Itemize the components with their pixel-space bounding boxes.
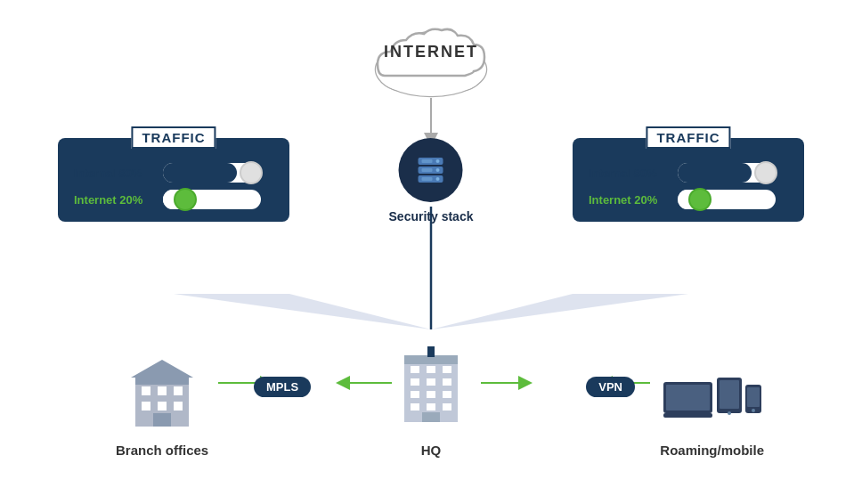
svg-rect-29 (158, 386, 167, 395)
vpn-badge: VPN (586, 377, 635, 397)
internet-toggle-left[interactable] (163, 190, 261, 209)
svg-rect-22 (422, 159, 433, 163)
svg-rect-38 (427, 366, 435, 373)
svg-marker-11 (431, 294, 688, 329)
internet-label: INTERNET (384, 43, 478, 61)
traffic-internal-row-left: Internal 80% (74, 163, 273, 183)
internet-label-left: Internet 20% (74, 193, 163, 207)
mpls-badge: MPLS (254, 377, 311, 397)
traffic-title-right: TRAFFIC (646, 126, 730, 149)
roaming-devices-icon (663, 369, 761, 435)
traffic-internet-row-left: Internet 20% (74, 190, 273, 209)
branch-label: Branch offices (116, 443, 208, 458)
security-stack-icon (399, 138, 463, 202)
hq-label: HQ (421, 443, 442, 458)
roaming-container: Roaming/mobile (660, 369, 764, 458)
internet-thumb-right (688, 188, 712, 211)
svg-rect-26 (135, 378, 189, 385)
internet-thumb-left (174, 188, 197, 211)
svg-point-19 (436, 159, 440, 163)
svg-rect-33 (174, 402, 183, 411)
svg-point-56 (728, 411, 731, 415)
svg-rect-35 (404, 355, 458, 422)
svg-point-20 (436, 168, 440, 172)
svg-rect-44 (427, 391, 435, 398)
svg-point-21 (436, 177, 440, 181)
traffic-title-left: TRAFFIC (131, 126, 216, 149)
branch-container: Branch offices (116, 355, 208, 458)
svg-rect-39 (443, 366, 451, 373)
roaming-label: Roaming/mobile (660, 443, 764, 458)
svg-rect-41 (427, 378, 435, 386)
internal-toggle-right[interactable] (678, 163, 776, 183)
branch-building-icon (122, 355, 202, 435)
internet-label-right: Internet 20% (589, 193, 678, 207)
svg-rect-49 (422, 412, 440, 422)
internal-label-right: Internal 80% (589, 167, 678, 180)
svg-rect-40 (411, 378, 419, 386)
internal-thumb-right (754, 161, 777, 184)
svg-rect-31 (142, 402, 150, 411)
svg-rect-37 (411, 366, 419, 373)
svg-rect-46 (411, 403, 419, 411)
svg-rect-32 (158, 402, 167, 411)
svg-rect-52 (666, 385, 710, 411)
security-stack: Security stack (389, 138, 474, 224)
svg-rect-28 (142, 386, 150, 395)
internal-thumb-left (240, 161, 263, 184)
traffic-internet-row-right: Internet 20% (589, 190, 788, 209)
traffic-box-left: TRAFFIC Internal 80% Internet 20% (58, 138, 289, 222)
vpn-label: VPN (598, 380, 622, 394)
internal-fill-left (163, 163, 237, 183)
diagram-container: INTERNET Security stack TRAFFIC (0, 0, 862, 504)
internal-fill-right (678, 163, 752, 183)
internal-toggle-left[interactable] (163, 163, 261, 183)
svg-rect-24 (422, 177, 433, 181)
svg-rect-55 (720, 380, 739, 409)
svg-rect-34 (153, 413, 171, 427)
svg-marker-27 (131, 360, 193, 378)
svg-rect-23 (422, 168, 433, 172)
svg-rect-43 (411, 391, 419, 398)
svg-rect-45 (443, 391, 451, 398)
svg-rect-50 (427, 346, 435, 357)
svg-rect-47 (427, 403, 435, 411)
svg-point-59 (752, 409, 755, 412)
svg-rect-42 (443, 378, 451, 386)
hq-building-icon (386, 346, 476, 435)
security-stack-label: Security stack (389, 209, 474, 224)
traffic-box-right: TRAFFIC Internal 80% Internet 20% (573, 138, 804, 222)
svg-rect-58 (747, 387, 760, 407)
internet-toggle-right[interactable] (678, 190, 776, 209)
traffic-internal-row-right: Internal 80% (589, 163, 788, 183)
internal-label-left: Internal 80% (74, 167, 163, 180)
mpls-label: MPLS (266, 380, 298, 394)
svg-rect-30 (174, 386, 183, 395)
svg-rect-48 (443, 403, 451, 411)
hq-container: HQ (386, 346, 476, 458)
cloud-container: INTERNET (369, 16, 493, 87)
svg-rect-53 (663, 413, 712, 418)
svg-marker-10 (174, 294, 431, 329)
